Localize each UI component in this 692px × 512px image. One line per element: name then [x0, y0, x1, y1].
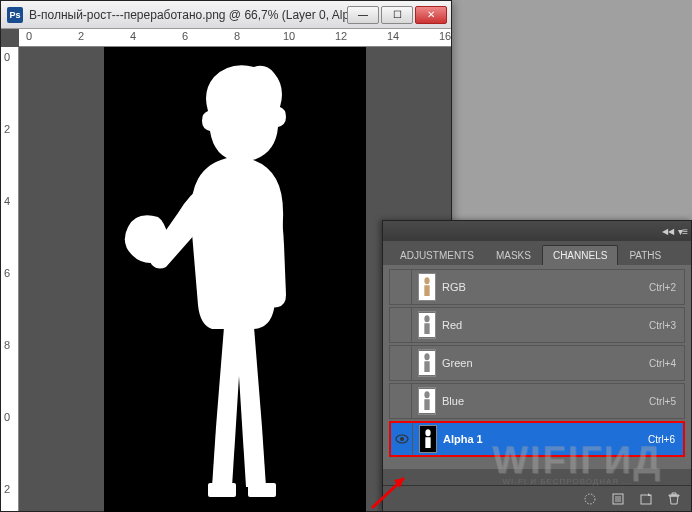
channel-shortcut: Ctrl+4: [649, 358, 676, 369]
ruler-tick: 0: [4, 411, 10, 423]
eye-icon: [395, 434, 409, 444]
channel-shortcut: Ctrl+3: [649, 320, 676, 331]
channel-name: Blue: [442, 395, 649, 407]
tab-adjustments[interactable]: ADJUSTMENTS: [389, 245, 485, 265]
channel-row-alpha1[interactable]: Alpha 1 Ctrl+6: [389, 421, 685, 457]
minimize-button[interactable]: —: [347, 6, 379, 24]
window-title: В-полный-рост---переработано.png @ 66,7%…: [29, 8, 347, 22]
ruler-tick: 2: [4, 123, 10, 135]
channel-thumb: [418, 387, 436, 415]
ruler-tick: 2: [78, 30, 84, 42]
collapse-icon[interactable]: ◀◀: [662, 227, 674, 236]
visibility-toggle[interactable]: [391, 423, 413, 455]
new-channel-icon[interactable]: [637, 490, 655, 508]
tab-masks[interactable]: MASKS: [485, 245, 542, 265]
close-button[interactable]: ✕: [415, 6, 447, 24]
tab-channels[interactable]: CHANNELS: [542, 245, 618, 265]
visibility-toggle[interactable]: [390, 308, 412, 342]
channel-shortcut: Ctrl+2: [649, 282, 676, 293]
channel-thumb: [418, 273, 436, 301]
ruler-tick: 0: [4, 51, 10, 63]
channel-name: Red: [442, 319, 649, 331]
panel-footer: [383, 485, 691, 511]
watermark-sub: WI-FI И БЕСПРОВОДНАЯ ...: [502, 477, 632, 486]
tab-paths[interactable]: PATHS: [618, 245, 672, 265]
channel-list: RGB Ctrl+2 Red Ctrl+3 Green Ctrl+4 Blue …: [383, 265, 691, 469]
canvas[interactable]: [104, 47, 366, 512]
channel-name: RGB: [442, 281, 649, 293]
channel-thumb: [418, 311, 436, 339]
ruler-tick: 4: [4, 195, 10, 207]
load-selection-icon[interactable]: [581, 490, 599, 508]
svg-rect-11: [615, 496, 621, 502]
artwork-silhouette: [104, 47, 366, 512]
channel-row-blue[interactable]: Blue Ctrl+5: [389, 383, 685, 419]
ruler-vertical[interactable]: 0 2 4 6 8 0 2: [1, 47, 19, 511]
save-selection-icon[interactable]: [609, 490, 627, 508]
maximize-button[interactable]: ☐: [381, 6, 413, 24]
channels-panel: ◀◀ ▾≡ ADJUSTMENTS MASKS CHANNELS PATHS R…: [382, 220, 692, 512]
svg-rect-1: [248, 483, 276, 497]
panel-header[interactable]: ◀◀ ▾≡: [383, 221, 691, 241]
visibility-toggle[interactable]: [390, 346, 412, 380]
channel-thumb: [418, 349, 436, 377]
panel-menu-icon[interactable]: ▾≡: [678, 226, 687, 237]
channel-shortcut: Ctrl+5: [649, 396, 676, 407]
svg-rect-0: [208, 483, 236, 497]
svg-point-7: [400, 437, 404, 441]
channel-row-green[interactable]: Green Ctrl+4: [389, 345, 685, 381]
channel-row-rgb[interactable]: RGB Ctrl+2: [389, 269, 685, 305]
visibility-toggle[interactable]: [390, 384, 412, 418]
ruler-tick: 6: [4, 267, 10, 279]
ruler-tick: 8: [4, 339, 10, 351]
channel-thumb: [419, 425, 437, 453]
svg-point-9: [585, 494, 595, 504]
ruler-tick: 14: [387, 30, 399, 42]
channel-name: Alpha 1: [443, 433, 648, 445]
channel-shortcut: Ctrl+6: [648, 434, 675, 445]
channel-name: Green: [442, 357, 649, 369]
channel-row-red[interactable]: Red Ctrl+3: [389, 307, 685, 343]
delete-channel-icon[interactable]: [665, 490, 683, 508]
titlebar[interactable]: Ps В-полный-рост---переработано.png @ 66…: [1, 1, 451, 29]
ruler-tick: 8: [234, 30, 240, 42]
ruler-tick: 4: [130, 30, 136, 42]
app-icon: Ps: [7, 7, 23, 23]
panel-tabs: ADJUSTMENTS MASKS CHANNELS PATHS: [383, 241, 691, 265]
ruler-tick: 0: [26, 30, 32, 42]
ruler-tick: 6: [182, 30, 188, 42]
visibility-toggle[interactable]: [390, 270, 412, 304]
ruler-tick: 12: [335, 30, 347, 42]
ruler-tick: 16: [439, 30, 451, 42]
svg-rect-12: [641, 495, 651, 504]
ruler-tick: 2: [4, 483, 10, 495]
ruler-horizontal[interactable]: 0 2 4 6 8 10 12 14 16: [19, 29, 451, 47]
ruler-tick: 10: [283, 30, 295, 42]
